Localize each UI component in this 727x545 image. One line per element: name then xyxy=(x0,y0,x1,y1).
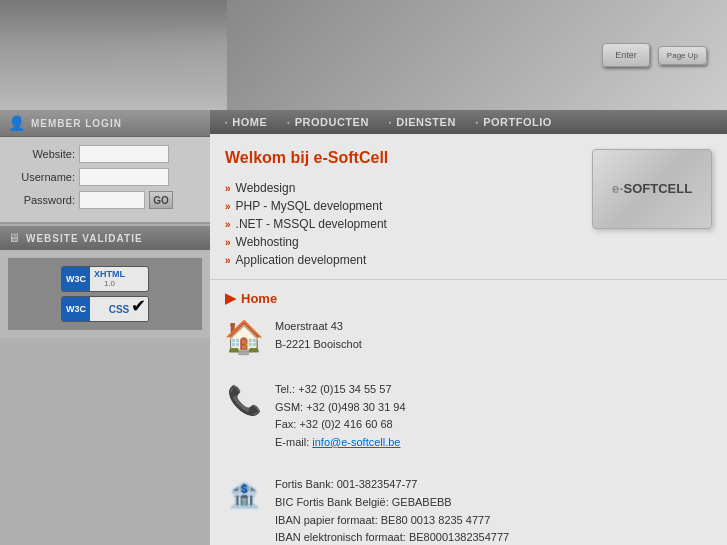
email-link[interactable]: info@e-softcell.be xyxy=(312,436,400,448)
bank-text: Fortis Bank: 001-3823547-77 BIC Fortis B… xyxy=(275,476,509,545)
phone-row: 📞 Tel.: +32 (0)15 34 55 57 GSM: +32 (0)4… xyxy=(225,381,712,461)
xhtml-version: XHTML 1.0 xyxy=(90,267,129,291)
nav-bar: ▪ HOME ▪ PRODUCTEN ▪ DIENSTEN ▪ PORTFOLI… xyxy=(210,110,727,134)
website-label: Website: xyxy=(10,148,75,160)
nav-diensten[interactable]: ▪ DIENSTEN xyxy=(389,116,456,128)
welcome-left: Welkom bij e-SoftCell » Webdesign » PHP … xyxy=(225,149,582,269)
address-text: Moerstraat 43 B-2221 Booischot xyxy=(275,318,362,353)
main-container: 👤 MEMBER LOGIN Website: Username: Passwo… xyxy=(0,110,727,545)
nav-bullet-diensten: ▪ xyxy=(389,118,392,127)
bank-icon: 🏦 xyxy=(228,480,260,511)
phone-icon: 📞 xyxy=(227,384,262,417)
address-icon-box: 🏠 xyxy=(225,318,263,356)
password-input[interactable] xyxy=(79,191,145,209)
address-row: 🏠 Moerstraat 43 B-2221 Booischot xyxy=(225,318,712,366)
w3c-css-label: W3C xyxy=(62,297,90,321)
home-title: ▶ Home xyxy=(225,290,712,306)
service-dotnet: » .NET - MSSQL development xyxy=(225,215,582,233)
company-logo: e-SOFTCELL xyxy=(592,149,712,229)
nav-producten[interactable]: ▪ PRODUCTEN xyxy=(287,116,369,128)
badges-box: W3C XHTML 1.0 W3C CSS ✔ xyxy=(8,258,202,330)
website-input[interactable] xyxy=(79,145,169,163)
service-webhosting: » Webhosting xyxy=(225,233,582,251)
css-checkmark-icon: ✔ xyxy=(131,296,146,317)
username-row: Username: xyxy=(10,168,200,186)
service-appdev: » Application development xyxy=(225,251,582,269)
validation-icon: 🖥 xyxy=(8,231,20,245)
arrow-appdev: » xyxy=(225,255,231,266)
username-input[interactable] xyxy=(79,168,169,186)
arrow-webdesign: » xyxy=(225,183,231,194)
w3c-xhtml-label: W3C xyxy=(62,267,90,291)
nav-bullet-home: ▪ xyxy=(225,118,228,127)
arrow-php: » xyxy=(225,201,231,212)
validation-label: WEBSITE VALIDATIE xyxy=(26,233,143,244)
enter-key: Enter xyxy=(602,43,650,67)
home-section: ▶ Home 🏠 Moerstraat 43 B-2221 Booischot … xyxy=(210,280,727,545)
css-badge-row: W3C CSS ✔ xyxy=(61,296,149,322)
pageup-key: Page Up xyxy=(658,46,707,65)
arrow-webhosting: » xyxy=(225,237,231,248)
nav-home[interactable]: ▪ HOME xyxy=(225,116,267,128)
password-label: Password: xyxy=(10,194,75,206)
logo-text: e-SOFTCELL xyxy=(612,180,692,198)
service-php: » PHP - MySQL development xyxy=(225,197,582,215)
sidebar: 👤 MEMBER LOGIN Website: Username: Passwo… xyxy=(0,110,210,545)
arrow-dotnet: » xyxy=(225,219,231,230)
welcome-list: » Webdesign » PHP - MySQL development » … xyxy=(225,179,582,269)
welcome-title: Welkom bij e-SoftCell xyxy=(225,149,582,167)
keyboard-background: Enter Page Up xyxy=(227,0,727,110)
member-login-header: 👤 MEMBER LOGIN xyxy=(0,110,210,137)
nav-portfolio[interactable]: ▪ PORTFOLIO xyxy=(476,116,552,128)
house-icon: 🏠 xyxy=(224,318,264,356)
website-row: Website: xyxy=(10,145,200,163)
welcome-section: Welkom bij e-SoftCell » Webdesign » PHP … xyxy=(210,134,727,280)
member-login-icon: 👤 xyxy=(8,115,25,131)
header-banner: Enter Page Up xyxy=(0,0,727,110)
phone-text: Tel.: +32 (0)15 34 55 57 GSM: +32 (0)498… xyxy=(275,381,406,451)
css-badge[interactable]: W3C CSS ✔ xyxy=(61,296,149,322)
service-webdesign: » Webdesign xyxy=(225,179,582,197)
username-label: Username: xyxy=(10,171,75,183)
password-row: Password: GO xyxy=(10,191,200,209)
bank-row: 🏦 Fortis Bank: 001-3823547-77 BIC Fortis… xyxy=(225,476,712,545)
phone-icon-box: 📞 xyxy=(225,381,263,419)
home-arrow-icon: ▶ xyxy=(225,290,236,306)
go-button[interactable]: GO xyxy=(149,191,173,209)
bank-icon-box: 🏦 xyxy=(225,476,263,514)
content-area: ▪ HOME ▪ PRODUCTEN ▪ DIENSTEN ▪ PORTFOLI… xyxy=(210,110,727,545)
xhtml-badge[interactable]: W3C XHTML 1.0 xyxy=(61,266,149,292)
nav-bullet-portfolio: ▪ xyxy=(476,118,479,127)
login-form: Website: Username: Password: GO xyxy=(0,137,210,224)
validation-header: 🖥 WEBSITE VALIDATIE xyxy=(0,226,210,250)
validation-badges: W3C XHTML 1.0 W3C CSS ✔ xyxy=(0,250,210,338)
xhtml-badge-row: W3C XHTML 1.0 xyxy=(61,266,149,292)
member-login-label: MEMBER LOGIN xyxy=(31,118,122,129)
nav-bullet-producten: ▪ xyxy=(287,118,290,127)
